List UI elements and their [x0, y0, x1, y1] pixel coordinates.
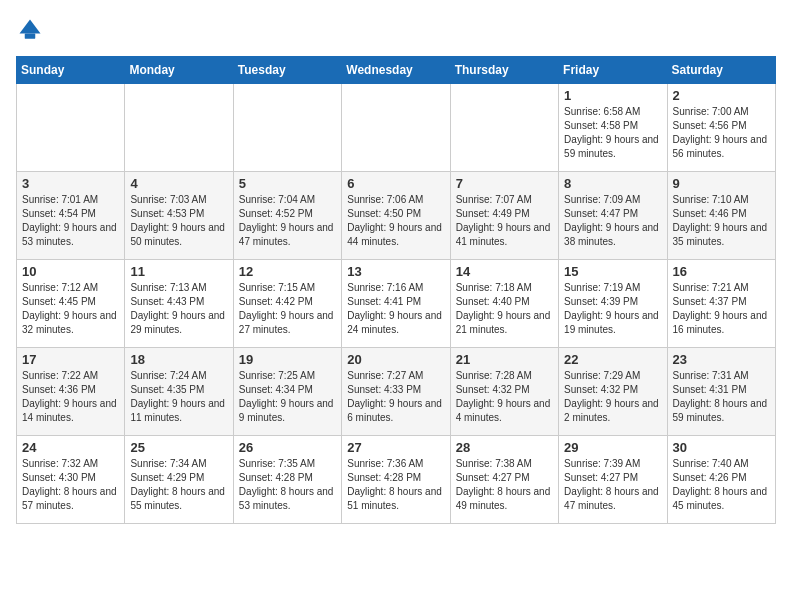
weekday-header-saturday: Saturday — [667, 57, 775, 84]
calendar-cell: 15Sunrise: 7:19 AM Sunset: 4:39 PM Dayli… — [559, 260, 667, 348]
day-number: 25 — [130, 440, 227, 455]
day-info: Sunrise: 7:35 AM Sunset: 4:28 PM Dayligh… — [239, 457, 336, 513]
day-info: Sunrise: 7:06 AM Sunset: 4:50 PM Dayligh… — [347, 193, 444, 249]
calendar-cell: 12Sunrise: 7:15 AM Sunset: 4:42 PM Dayli… — [233, 260, 341, 348]
calendar-cell: 9Sunrise: 7:10 AM Sunset: 4:46 PM Daylig… — [667, 172, 775, 260]
svg-rect-1 — [25, 34, 36, 39]
day-info: Sunrise: 7:36 AM Sunset: 4:28 PM Dayligh… — [347, 457, 444, 513]
calendar-cell: 14Sunrise: 7:18 AM Sunset: 4:40 PM Dayli… — [450, 260, 558, 348]
weekday-header-wednesday: Wednesday — [342, 57, 450, 84]
calendar-cell — [450, 84, 558, 172]
day-info: Sunrise: 7:10 AM Sunset: 4:46 PM Dayligh… — [673, 193, 770, 249]
calendar-cell: 22Sunrise: 7:29 AM Sunset: 4:32 PM Dayli… — [559, 348, 667, 436]
page-header — [16, 16, 776, 44]
day-info: Sunrise: 6:58 AM Sunset: 4:58 PM Dayligh… — [564, 105, 661, 161]
logo — [16, 16, 48, 44]
weekday-header-tuesday: Tuesday — [233, 57, 341, 84]
day-info: Sunrise: 7:00 AM Sunset: 4:56 PM Dayligh… — [673, 105, 770, 161]
day-number: 18 — [130, 352, 227, 367]
calendar-cell — [125, 84, 233, 172]
day-number: 9 — [673, 176, 770, 191]
calendar-week-4: 17Sunrise: 7:22 AM Sunset: 4:36 PM Dayli… — [17, 348, 776, 436]
day-number: 3 — [22, 176, 119, 191]
day-number: 28 — [456, 440, 553, 455]
day-number: 27 — [347, 440, 444, 455]
calendar-cell: 20Sunrise: 7:27 AM Sunset: 4:33 PM Dayli… — [342, 348, 450, 436]
calendar-cell: 23Sunrise: 7:31 AM Sunset: 4:31 PM Dayli… — [667, 348, 775, 436]
day-number: 19 — [239, 352, 336, 367]
day-number: 20 — [347, 352, 444, 367]
day-info: Sunrise: 7:07 AM Sunset: 4:49 PM Dayligh… — [456, 193, 553, 249]
calendar-cell: 17Sunrise: 7:22 AM Sunset: 4:36 PM Dayli… — [17, 348, 125, 436]
calendar-cell: 10Sunrise: 7:12 AM Sunset: 4:45 PM Dayli… — [17, 260, 125, 348]
weekday-header-monday: Monday — [125, 57, 233, 84]
calendar-cell: 5Sunrise: 7:04 AM Sunset: 4:52 PM Daylig… — [233, 172, 341, 260]
calendar-cell: 1Sunrise: 6:58 AM Sunset: 4:58 PM Daylig… — [559, 84, 667, 172]
day-info: Sunrise: 7:13 AM Sunset: 4:43 PM Dayligh… — [130, 281, 227, 337]
day-info: Sunrise: 7:18 AM Sunset: 4:40 PM Dayligh… — [456, 281, 553, 337]
weekday-header-friday: Friday — [559, 57, 667, 84]
calendar-cell: 29Sunrise: 7:39 AM Sunset: 4:27 PM Dayli… — [559, 436, 667, 524]
day-number: 16 — [673, 264, 770, 279]
day-info: Sunrise: 7:09 AM Sunset: 4:47 PM Dayligh… — [564, 193, 661, 249]
day-number: 5 — [239, 176, 336, 191]
day-info: Sunrise: 7:39 AM Sunset: 4:27 PM Dayligh… — [564, 457, 661, 513]
calendar-cell: 28Sunrise: 7:38 AM Sunset: 4:27 PM Dayli… — [450, 436, 558, 524]
calendar-cell: 3Sunrise: 7:01 AM Sunset: 4:54 PM Daylig… — [17, 172, 125, 260]
day-info: Sunrise: 7:29 AM Sunset: 4:32 PM Dayligh… — [564, 369, 661, 425]
day-number: 14 — [456, 264, 553, 279]
calendar-cell — [17, 84, 125, 172]
day-number: 29 — [564, 440, 661, 455]
day-number: 15 — [564, 264, 661, 279]
day-info: Sunrise: 7:34 AM Sunset: 4:29 PM Dayligh… — [130, 457, 227, 513]
day-number: 6 — [347, 176, 444, 191]
day-info: Sunrise: 7:04 AM Sunset: 4:52 PM Dayligh… — [239, 193, 336, 249]
day-info: Sunrise: 7:40 AM Sunset: 4:26 PM Dayligh… — [673, 457, 770, 513]
day-info: Sunrise: 7:01 AM Sunset: 4:54 PM Dayligh… — [22, 193, 119, 249]
day-info: Sunrise: 7:38 AM Sunset: 4:27 PM Dayligh… — [456, 457, 553, 513]
day-number: 26 — [239, 440, 336, 455]
day-info: Sunrise: 7:32 AM Sunset: 4:30 PM Dayligh… — [22, 457, 119, 513]
day-info: Sunrise: 7:16 AM Sunset: 4:41 PM Dayligh… — [347, 281, 444, 337]
day-info: Sunrise: 7:28 AM Sunset: 4:32 PM Dayligh… — [456, 369, 553, 425]
day-number: 17 — [22, 352, 119, 367]
day-info: Sunrise: 7:31 AM Sunset: 4:31 PM Dayligh… — [673, 369, 770, 425]
day-number: 22 — [564, 352, 661, 367]
calendar-table: SundayMondayTuesdayWednesdayThursdayFrid… — [16, 56, 776, 524]
day-info: Sunrise: 7:21 AM Sunset: 4:37 PM Dayligh… — [673, 281, 770, 337]
calendar-cell: 8Sunrise: 7:09 AM Sunset: 4:47 PM Daylig… — [559, 172, 667, 260]
day-number: 10 — [22, 264, 119, 279]
calendar-cell: 18Sunrise: 7:24 AM Sunset: 4:35 PM Dayli… — [125, 348, 233, 436]
calendar-cell: 19Sunrise: 7:25 AM Sunset: 4:34 PM Dayli… — [233, 348, 341, 436]
day-info: Sunrise: 7:19 AM Sunset: 4:39 PM Dayligh… — [564, 281, 661, 337]
calendar-week-5: 24Sunrise: 7:32 AM Sunset: 4:30 PM Dayli… — [17, 436, 776, 524]
calendar-cell — [233, 84, 341, 172]
day-number: 4 — [130, 176, 227, 191]
calendar-cell: 16Sunrise: 7:21 AM Sunset: 4:37 PM Dayli… — [667, 260, 775, 348]
day-info: Sunrise: 7:03 AM Sunset: 4:53 PM Dayligh… — [130, 193, 227, 249]
calendar-cell: 7Sunrise: 7:07 AM Sunset: 4:49 PM Daylig… — [450, 172, 558, 260]
day-number: 1 — [564, 88, 661, 103]
day-number: 13 — [347, 264, 444, 279]
calendar-header-row: SundayMondayTuesdayWednesdayThursdayFrid… — [17, 57, 776, 84]
calendar-cell: 26Sunrise: 7:35 AM Sunset: 4:28 PM Dayli… — [233, 436, 341, 524]
calendar-cell: 25Sunrise: 7:34 AM Sunset: 4:29 PM Dayli… — [125, 436, 233, 524]
calendar-cell: 27Sunrise: 7:36 AM Sunset: 4:28 PM Dayli… — [342, 436, 450, 524]
calendar-cell: 30Sunrise: 7:40 AM Sunset: 4:26 PM Dayli… — [667, 436, 775, 524]
day-number: 30 — [673, 440, 770, 455]
day-info: Sunrise: 7:25 AM Sunset: 4:34 PM Dayligh… — [239, 369, 336, 425]
day-info: Sunrise: 7:12 AM Sunset: 4:45 PM Dayligh… — [22, 281, 119, 337]
calendar-cell: 21Sunrise: 7:28 AM Sunset: 4:32 PM Dayli… — [450, 348, 558, 436]
day-number: 12 — [239, 264, 336, 279]
calendar-cell: 6Sunrise: 7:06 AM Sunset: 4:50 PM Daylig… — [342, 172, 450, 260]
calendar-cell: 2Sunrise: 7:00 AM Sunset: 4:56 PM Daylig… — [667, 84, 775, 172]
day-number: 8 — [564, 176, 661, 191]
day-number: 21 — [456, 352, 553, 367]
calendar-cell: 4Sunrise: 7:03 AM Sunset: 4:53 PM Daylig… — [125, 172, 233, 260]
calendar-week-3: 10Sunrise: 7:12 AM Sunset: 4:45 PM Dayli… — [17, 260, 776, 348]
calendar-week-1: 1Sunrise: 6:58 AM Sunset: 4:58 PM Daylig… — [17, 84, 776, 172]
day-info: Sunrise: 7:15 AM Sunset: 4:42 PM Dayligh… — [239, 281, 336, 337]
logo-icon — [16, 16, 44, 44]
day-number: 11 — [130, 264, 227, 279]
day-number: 24 — [22, 440, 119, 455]
